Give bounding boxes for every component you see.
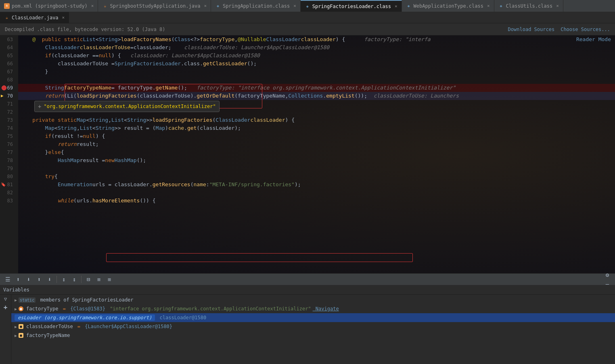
var-static-label: members of SpringFactoriesLoader <box>37 297 133 303</box>
toolbar-step-out[interactable]: ⬆ <box>35 275 44 284</box>
toolbar-evaluate[interactable]: ↕ <box>59 275 68 284</box>
choose-sources-link[interactable]: Choose Sources... <box>561 27 610 32</box>
info-bar-actions: Download Sources Choose Sources... <box>508 27 610 32</box>
code-line-64: ClassLoader classLoaderToUse = classLoad… <box>18 44 615 52</box>
gutter-78: 78 <box>0 156 16 164</box>
file-tab-classloader[interactable]: ☕ ClassLoader.java × <box>0 12 69 23</box>
tab-springfactories[interactable]: ◈ SpringFactoriesLoader.class × <box>301 0 402 12</box>
tab-classutils-close[interactable]: × <box>556 3 559 8</box>
gutter-82: 82 <box>0 189 16 197</box>
tab-pom-close[interactable]: × <box>91 3 94 8</box>
var-item-factorytypename[interactable]: ▶ ■ factoryTypeName <box>11 331 615 340</box>
file-tab-close[interactable]: × <box>62 15 65 20</box>
var-item-classloaderuse[interactable]: ▶ ■ classLoaderToUse = {Launcher$AppClas… <box>11 322 615 331</box>
toolbar-frames[interactable]: ⊟ <box>84 275 93 284</box>
filter-icon[interactable]: ▽ <box>4 296 7 302</box>
var-equals-2: = <box>75 324 84 329</box>
annotation-63: @ <box>32 35 42 44</box>
toolbar-threads[interactable]: ≡ <box>94 275 103 284</box>
code-line-75: if (result != null ) { <box>18 132 615 140</box>
toolbar-sep-2 <box>81 276 82 283</box>
var-factorytypename-name: factoryTypeName <box>26 333 70 338</box>
code-line-78: HashMap result = new HashMap (); <box>18 156 615 164</box>
variables-content: ▶ static members of SpringFactoriesLoade… <box>11 295 615 364</box>
code-line-76: return result; <box>18 140 615 148</box>
tab-springboot-close[interactable]: × <box>204 3 207 8</box>
tab-springboot[interactable]: ☕ SpringbootStudyApplication.java × <box>98 0 211 12</box>
variables-panel: Variables ▽ + ▶ static members of Spring… <box>0 285 615 364</box>
var-factorytype-str: "interface org.springframework.context.A… <box>110 306 311 312</box>
gutter-70: ▶ 70 <box>0 92 16 100</box>
tab-pom-label: pom.xml (springboot-study) <box>12 3 88 9</box>
gutter-71: 71 <box>0 100 16 108</box>
code-line-70: return (Li⟨ loadSpringFactories (classLo… <box>18 92 615 100</box>
gutter-80: 80 <box>0 173 16 181</box>
var-esloader-value: classLoader@1580 <box>157 315 206 320</box>
toolbar-watch[interactable]: ↕ <box>70 275 79 284</box>
add-watch-btn[interactable]: + <box>4 304 8 311</box>
variables-body: ▽ + ▶ static members of SpringFactoriesL… <box>0 295 615 364</box>
class-icon-3: ◈ <box>406 3 412 9</box>
gutter-79: 79 <box>0 164 16 173</box>
var-factorytype-value: {Class@1583} <box>70 306 108 312</box>
esloader-pill: esLoader (org.springframework.core.io.su… <box>15 314 155 321</box>
line-numbers: 63 64 65 66 67 68 69 ▶ 70 71 72 73 74 75… <box>0 35 18 273</box>
gutter-75: 75 <box>0 132 16 140</box>
variables-title: Variables <box>3 287 29 293</box>
tab-webapptype-label: WebApplicationType.class <box>414 3 483 9</box>
code-line-67: } <box>18 68 615 76</box>
java-icon-1: ☕ <box>102 3 108 9</box>
reader-mode-button[interactable]: Reader Mode <box>576 36 611 42</box>
code-line-68 <box>18 76 615 84</box>
variables-header: Variables <box>0 285 615 295</box>
tab-springfactories-close[interactable]: × <box>395 4 397 9</box>
download-sources-link[interactable]: Download Sources <box>508 27 555 32</box>
tab-webapptype-close[interactable]: × <box>487 3 490 8</box>
decompiled-info: Decompiled .class file, bytecode version… <box>5 27 165 32</box>
java-file-icon: ☕ <box>4 15 10 21</box>
toolbar-run-cursor[interactable]: ⬇ <box>45 275 54 284</box>
tab-springapp-close[interactable]: × <box>293 3 296 8</box>
kw-public: public static <box>42 35 83 44</box>
tab-springapp-label: SpringApplication.class <box>223 3 290 9</box>
code-container: 63 64 65 66 67 68 69 ▶ 70 71 72 73 74 75… <box>0 35 615 273</box>
toolbar-step-into[interactable]: ⬇ <box>24 275 33 284</box>
type-list: List <box>83 35 96 44</box>
tab-bar: m pom.xml (springboot-study) × ☕ Springb… <box>0 0 615 12</box>
file-tab-label: ClassLoader.java <box>12 15 59 21</box>
gutter-63: 63 <box>0 35 16 44</box>
code-line-69: String factoryTypeName = factoryType. ge… <box>18 84 615 92</box>
var-classloaderuse-name: classLoaderToUse <box>26 324 73 329</box>
tooltip-text: "org.springframework.context.Application… <box>44 102 215 110</box>
toolbar-sep-1 <box>56 276 57 283</box>
gutter-72: 72 <box>0 108 16 116</box>
toolbar-step-over[interactable]: ⬆ <box>14 275 23 284</box>
var-orange-dot: ● <box>19 306 23 311</box>
info-bar: Decompiled .class file, bytecode version… <box>0 23 615 35</box>
file-tab-bar: ☕ ClassLoader.java × <box>0 12 615 23</box>
gutter-64: 64 <box>0 44 16 52</box>
toolbar-extra[interactable]: ≡ <box>105 275 114 284</box>
debug-toolbar: ☰ ⬆ ⬇ ⬆ ⬇ ↕ ↕ ⊟ ≡ ≡ ⚙ — <box>0 273 615 285</box>
gutter-83: 83 <box>0 197 16 205</box>
code-line-80: try { <box>18 173 615 181</box>
navigate-link[interactable]: Navigate <box>313 306 339 312</box>
code-line-73: private static Map < String , List < Str… <box>18 116 615 124</box>
tab-springapp[interactable]: ◈ SpringApplication.class × <box>211 0 301 12</box>
var-item-factorytype[interactable]: ▶ ● factoryType = {Class@1583} "interfac… <box>11 304 615 313</box>
code-content[interactable]: @ public static List < String > loadFact… <box>18 35 615 273</box>
breakpoint-69 <box>2 85 6 90</box>
var-item-static[interactable]: ▶ static members of SpringFactoriesLoade… <box>11 295 615 304</box>
highlight-box-bottom <box>106 253 413 262</box>
editor-area: Reader Mode 63 64 65 66 67 68 69 ▶ 70 71… <box>0 35 615 273</box>
expand-arrow-factory: ▶ <box>15 307 17 311</box>
bookmark-81: 🔖 <box>1 181 6 189</box>
tab-pom[interactable]: m pom.xml (springboot-study) × <box>0 0 98 12</box>
code-line-79 <box>18 164 615 173</box>
code-line-63: @ public static List < String > loadFact… <box>18 35 615 44</box>
toolbar-menu-btn[interactable]: ☰ <box>3 275 12 284</box>
tab-webapptype[interactable]: ◈ WebApplicationType.class × <box>402 0 494 12</box>
tab-classutils[interactable]: ◈ ClassUtils.class × <box>494 0 563 12</box>
class-icon-4: ◈ <box>498 3 504 9</box>
var-item-esloader[interactable]: esLoader (org.springframework.core.io.su… <box>11 313 615 322</box>
